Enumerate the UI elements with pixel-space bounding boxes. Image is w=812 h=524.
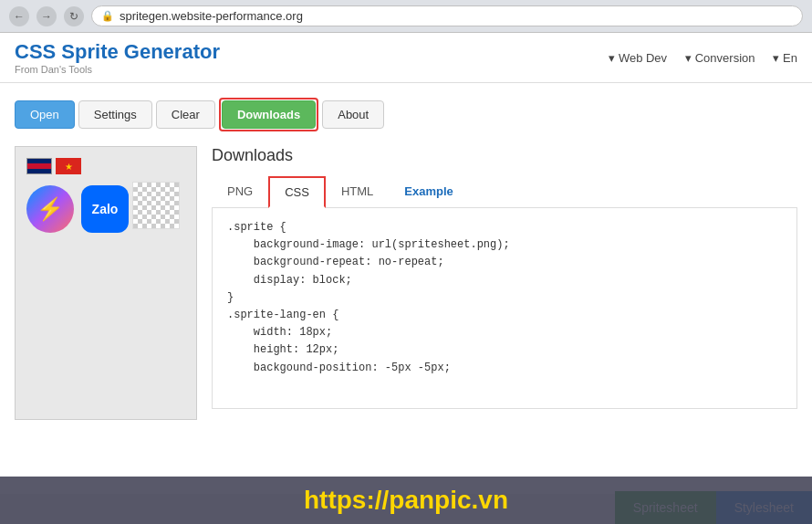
lock-icon: 🔒: [101, 10, 114, 22]
address-bar[interactable]: 🔒 spritegen.website-performance.org: [91, 5, 803, 26]
code-line-2: background-image: url(spritesheet.png);: [227, 236, 782, 254]
content-area: ⚡ Zalo Downloads PNG CSS HTML Example .s…: [15, 146, 797, 420]
app-subtitle: From Dan's Tools: [15, 64, 220, 75]
nav-conversion[interactable]: ▾ Conversion: [685, 51, 755, 65]
code-line-10: backgound-position: -5px -5px;: [227, 360, 782, 377]
code-area: .sprite { background-image: url(spritesh…: [212, 208, 797, 409]
main-content: Open Settings Clear Downloads About ⚡ Za…: [0, 83, 812, 494]
about-button[interactable]: About: [322, 100, 384, 129]
nav-language[interactable]: ▾ En: [773, 51, 797, 65]
downloads-title: Downloads: [212, 146, 797, 165]
code-line-8: width: 18px;: [227, 324, 782, 341]
code-line-1: .sprite {: [227, 219, 782, 236]
code-line-7: .sprite-lang-en {: [227, 307, 782, 324]
app-header: CSS Sprite Generator From Dan's Tools ▾ …: [0, 33, 812, 83]
downloads-panel: Downloads PNG CSS HTML Example .sprite {…: [212, 146, 797, 420]
tab-example[interactable]: Example: [389, 176, 468, 208]
tab-html[interactable]: HTML: [326, 176, 389, 208]
tab-css[interactable]: CSS: [268, 176, 326, 208]
code-line-4: display: block;: [227, 272, 782, 289]
clear-button[interactable]: Clear: [156, 100, 215, 129]
open-button[interactable]: Open: [15, 100, 75, 129]
checker-pattern: [132, 182, 180, 229]
flag-vn: [56, 158, 81, 174]
browser-chrome: ← → ↻ 🔒 spritegen.website-performance.or…: [0, 0, 812, 33]
app-nav: ▾ Web Dev ▾ Conversion ▾ En: [609, 51, 797, 65]
flags-row: [23, 154, 189, 178]
code-line-3: background-repeat: no-repeat;: [227, 254, 782, 271]
forward-button[interactable]: →: [36, 6, 57, 26]
tab-png[interactable]: PNG: [212, 176, 268, 208]
app-title-block: CSS Sprite Generator From Dan's Tools: [15, 40, 220, 75]
zalo-icon: Zalo: [81, 185, 129, 233]
flag-uk: [26, 158, 52, 174]
refresh-button[interactable]: ↻: [64, 6, 84, 26]
sprites-panel: ⚡ Zalo: [15, 146, 197, 420]
toolbar: Open Settings Clear Downloads About: [15, 98, 797, 131]
code-line-9: height: 12px;: [227, 341, 782, 359]
downloads-button[interactable]: Downloads: [222, 100, 316, 129]
sprite-icons-row: ⚡ Zalo: [23, 182, 189, 236]
downloads-tabs: PNG CSS HTML Example: [212, 176, 797, 208]
app-title: CSS Sprite Generator: [15, 40, 220, 64]
nav-webdev[interactable]: ▾ Web Dev: [609, 51, 667, 65]
downloads-button-wrapper: Downloads: [219, 98, 318, 131]
messenger-icon: ⚡: [26, 185, 74, 233]
back-button[interactable]: ←: [9, 6, 29, 26]
watermark: https://panpic.vn: [0, 477, 812, 494]
code-line-5: }: [227, 289, 782, 307]
settings-button[interactable]: Settings: [78, 100, 152, 129]
address-bar-url: spritegen.website-performance.org: [120, 9, 303, 23]
